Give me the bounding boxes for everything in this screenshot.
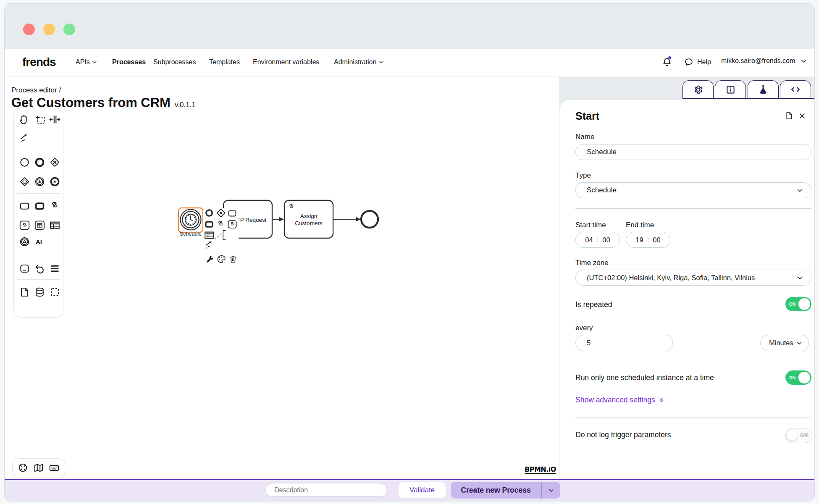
frends-logo[interactable]: frends bbox=[22, 55, 56, 69]
nav-item-templates[interactable]: Templates bbox=[209, 58, 240, 66]
name-input[interactable] bbox=[575, 144, 811, 160]
end-event-icon[interactable] bbox=[34, 157, 45, 168]
end-event[interactable] bbox=[361, 211, 378, 228]
user-menu[interactable]: mikko.sairo@frends.com bbox=[721, 57, 807, 65]
notification-bell-button[interactable] bbox=[662, 57, 672, 68]
gateway-icon[interactable] bbox=[49, 157, 60, 168]
bpmn-palette: AI bbox=[13, 108, 63, 318]
double-chevron-down-icon bbox=[658, 397, 664, 403]
tab-info[interactable] bbox=[715, 80, 746, 98]
run-only-one-label: Run only one scheduled instance at a tim… bbox=[575, 373, 714, 382]
task-icon[interactable] bbox=[19, 200, 30, 212]
copy-document-button[interactable] bbox=[785, 111, 793, 120]
every-unit-select[interactable]: Minutes bbox=[760, 335, 809, 351]
tab-settings[interactable] bbox=[682, 80, 714, 98]
space-tool-icon[interactable] bbox=[49, 114, 60, 125]
signal-end-event-icon[interactable] bbox=[49, 176, 60, 187]
start-event-schedule[interactable] bbox=[181, 210, 201, 230]
start-time-input[interactable]: 04:00 bbox=[575, 232, 620, 248]
keyboard-shortcuts-icon[interactable] bbox=[49, 462, 60, 473]
palette-divider bbox=[17, 256, 60, 256]
process-version: v.0.1.1 bbox=[175, 101, 196, 109]
ai-event-icon[interactable] bbox=[19, 236, 30, 247]
do-not-log-toggle[interactable]: OFF bbox=[785, 428, 812, 443]
chevron-down-icon bbox=[378, 59, 384, 65]
minimap-icon[interactable] bbox=[33, 462, 44, 473]
lasso-tool-icon[interactable] bbox=[34, 114, 45, 125]
window-titlebar bbox=[5, 4, 814, 49]
start-event-icon[interactable] bbox=[19, 157, 30, 168]
bpmn-diagram[interactable]: HTTP Request Assign Customers bbox=[173, 190, 395, 287]
end-time-label: End time bbox=[626, 221, 654, 229]
document-icon bbox=[785, 111, 793, 120]
do-not-log-label: Do not log trigger parameters bbox=[575, 430, 671, 439]
hand-tool-icon[interactable] bbox=[19, 114, 30, 125]
nav-item-processes[interactable]: Processes bbox=[112, 58, 146, 66]
nav-item-subprocesses[interactable]: Subprocesses bbox=[153, 58, 196, 66]
breadcrumb[interactable]: Process editor / bbox=[11, 86, 61, 94]
time-zone-select[interactable]: (UTC+02:00) Helsinki, Kyiv, Riga, Sofia,… bbox=[575, 270, 811, 286]
gateway-circle-icon[interactable] bbox=[19, 176, 30, 187]
chevron-down-icon bbox=[796, 340, 803, 346]
reset-viewport-icon[interactable] bbox=[18, 462, 28, 473]
properties-panel: Start Name Type Schedule Start time End … bbox=[559, 99, 815, 480]
name-label: Name bbox=[575, 133, 594, 141]
browser-window: frends APIs Processes Subprocesses Templ… bbox=[4, 3, 815, 501]
process-canvas[interactable]: Process editor / Get Customers from CRMv… bbox=[5, 77, 559, 479]
nav-item-apis[interactable]: APIs bbox=[76, 58, 97, 66]
menu-icon[interactable] bbox=[49, 263, 60, 274]
create-options-dropdown[interactable] bbox=[541, 482, 560, 499]
toggle-knob bbox=[798, 298, 810, 310]
panel-close-button[interactable] bbox=[798, 112, 806, 120]
task-label-line2: Customers bbox=[295, 220, 323, 226]
save-icon[interactable] bbox=[19, 263, 30, 274]
code-task-icon[interactable] bbox=[19, 220, 30, 231]
nav-item-administration[interactable]: Administration bbox=[334, 58, 384, 66]
settings-gear-icon bbox=[693, 84, 704, 95]
window-maximize-button[interactable] bbox=[63, 24, 75, 35]
task-assign-customers[interactable] bbox=[284, 200, 333, 238]
every-input[interactable] bbox=[575, 335, 673, 351]
data-table-icon[interactable] bbox=[49, 220, 60, 231]
toggle-knob bbox=[798, 372, 810, 383]
description-input[interactable] bbox=[265, 483, 387, 497]
chevron-down-icon bbox=[92, 59, 97, 65]
type-select[interactable]: Schedule bbox=[575, 182, 811, 198]
type-label: Type bbox=[575, 171, 591, 180]
database-icon[interactable] bbox=[34, 286, 45, 298]
validate-button[interactable]: Validate bbox=[399, 482, 446, 498]
panel-title: Start bbox=[575, 110, 599, 122]
nav-item-environment-variables[interactable]: Environment variables bbox=[253, 58, 319, 66]
fit-viewport-icon[interactable] bbox=[49, 286, 60, 298]
section-divider bbox=[575, 208, 811, 209]
close-icon bbox=[798, 112, 806, 120]
tab-code[interactable] bbox=[780, 80, 811, 98]
file-icon[interactable] bbox=[19, 286, 30, 298]
tab-test[interactable] bbox=[748, 80, 779, 98]
signal-intermediate-event-icon[interactable] bbox=[34, 176, 45, 187]
show-advanced-settings-link[interactable]: Show advanced settings bbox=[575, 396, 664, 404]
chevron-down-icon bbox=[548, 487, 555, 494]
call-activity-icon[interactable] bbox=[34, 200, 45, 212]
script-icon[interactable] bbox=[49, 200, 60, 212]
create-new-process-button[interactable]: Create new Process bbox=[451, 482, 541, 499]
help-button[interactable]: Help bbox=[684, 57, 711, 67]
task-label-line1: Assign bbox=[300, 213, 318, 219]
ai-tool[interactable]: AI bbox=[36, 238, 42, 245]
connect-tool-icon[interactable] bbox=[19, 132, 30, 144]
window-minimize-button[interactable] bbox=[43, 24, 55, 35]
chevron-down-icon bbox=[796, 187, 803, 194]
start-event-label: Schedule bbox=[180, 231, 202, 237]
undo-icon[interactable] bbox=[34, 263, 45, 274]
run-only-one-toggle[interactable]: ON bbox=[785, 370, 811, 385]
palette-divider bbox=[17, 149, 60, 149]
canvas-controls bbox=[12, 458, 65, 477]
bpmn-io-logo[interactable]: BPMN.iO bbox=[525, 465, 556, 474]
test-flask-icon bbox=[758, 84, 769, 95]
is-repeated-toggle[interactable]: ON bbox=[785, 297, 811, 311]
window-close-button[interactable] bbox=[23, 24, 35, 35]
table-task-icon[interactable] bbox=[34, 220, 45, 231]
end-time-input[interactable]: 19:00 bbox=[626, 232, 670, 248]
footer-bar: Validate Create new Process bbox=[5, 480, 814, 500]
info-icon bbox=[725, 84, 736, 95]
